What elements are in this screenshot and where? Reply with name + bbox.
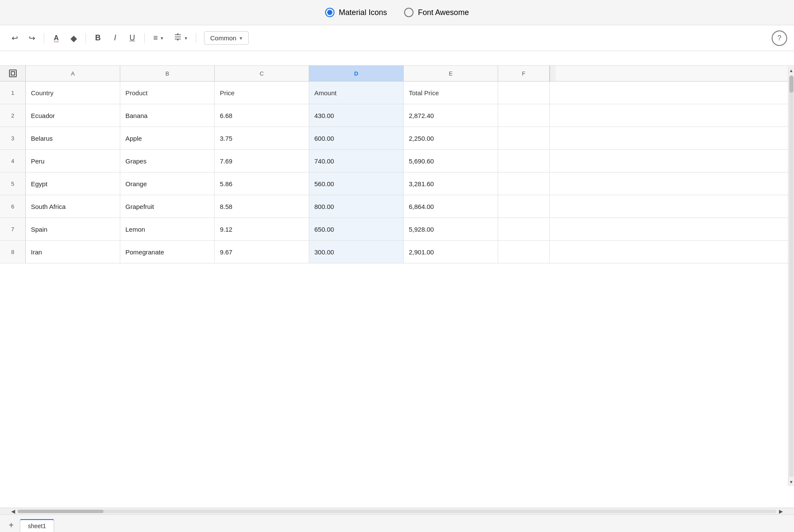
sheet-tab-sheet1[interactable]: sheet1: [20, 519, 54, 532]
col-header-a[interactable]: A: [26, 66, 120, 81]
font-awesome-option[interactable]: Font Awesome: [404, 8, 469, 17]
table-cell[interactable]: 800.00: [309, 195, 404, 218]
table-cell[interactable]: [498, 82, 550, 104]
table-cell[interactable]: Amount: [309, 82, 404, 104]
table-cell[interactable]: Product: [120, 82, 215, 104]
table-cell[interactable]: 740.00: [309, 150, 404, 172]
table-cell[interactable]: [498, 127, 550, 149]
fill-color-icon: ◆: [70, 33, 77, 43]
radio-bar: Material Icons Font Awesome: [0, 0, 794, 25]
align-icon: ≡: [153, 33, 158, 42]
font-awesome-radio[interactable]: [404, 8, 414, 17]
scroll-right-arrow[interactable]: ▶: [776, 508, 785, 515]
table-cell[interactable]: 2,901.00: [404, 241, 498, 263]
table-cell[interactable]: 430.00: [309, 104, 404, 127]
common-dropdown[interactable]: Common ▾: [204, 31, 249, 45]
separator-4: [196, 33, 196, 43]
row-number: 6: [0, 195, 26, 218]
table-cell[interactable]: 650.00: [309, 218, 404, 240]
table-cell[interactable]: Apple: [120, 127, 215, 149]
italic-button[interactable]: I: [107, 30, 123, 46]
table-cell[interactable]: 5,928.00: [404, 218, 498, 240]
col-header-f[interactable]: F: [498, 66, 550, 81]
table-cell[interactable]: Banana: [120, 104, 215, 127]
table-row: 8IranPomegranate9.67300.002,901.00: [0, 241, 794, 263]
separator-3: [144, 33, 145, 43]
spreadsheet-area: A B C D E F 1CountryProductPriceAmountTo…: [0, 51, 794, 532]
align-dropdown[interactable]: ≡ ▾: [149, 31, 167, 45]
table-cell[interactable]: 9.12: [215, 218, 309, 240]
valign-dropdown[interactable]: ▾: [169, 30, 192, 46]
row-number: 1: [0, 82, 26, 104]
table-cell[interactable]: 5.86: [215, 172, 309, 195]
scroll-left-arrow[interactable]: ◀: [9, 508, 18, 515]
table-cell[interactable]: [498, 150, 550, 172]
table-row: 3BelarusApple3.75600.002,250.00: [0, 127, 794, 150]
table-cell[interactable]: Grapes: [120, 150, 215, 172]
separator-1: [44, 33, 44, 43]
v-scrollbar[interactable]: ▲ ▼: [788, 66, 794, 486]
table-cell[interactable]: 2,872.40: [404, 104, 498, 127]
font-awesome-label: Font Awesome: [418, 8, 469, 17]
table-cell[interactable]: 3,281.60: [404, 172, 498, 195]
table-cell[interactable]: Peru: [26, 150, 120, 172]
table-cell[interactable]: [498, 218, 550, 240]
underline-button[interactable]: U: [125, 30, 140, 46]
col-header-d[interactable]: D: [309, 66, 404, 81]
table-cell[interactable]: 560.00: [309, 172, 404, 195]
table-cell[interactable]: Lemon: [120, 218, 215, 240]
table-cell[interactable]: Price: [215, 82, 309, 104]
table-cell[interactable]: 3.75: [215, 127, 309, 149]
table-cell[interactable]: [498, 104, 550, 127]
table-cell[interactable]: Ecuador: [26, 104, 120, 127]
table-cell[interactable]: [498, 195, 550, 218]
table-cell[interactable]: 9.67: [215, 241, 309, 263]
table-cell[interactable]: [498, 241, 550, 263]
table-cell[interactable]: Country: [26, 82, 120, 104]
table-cell[interactable]: 300.00: [309, 241, 404, 263]
separator-2: [85, 33, 86, 43]
table-row: 6South AfricaGrapefruit8.58800.006,864.0…: [0, 195, 794, 218]
table-cell[interactable]: South Africa: [26, 195, 120, 218]
row-number: 4: [0, 150, 26, 172]
table-cell[interactable]: Spain: [26, 218, 120, 240]
table-cell[interactable]: 2,250.00: [404, 127, 498, 149]
table-cell[interactable]: Total Price: [404, 82, 498, 104]
table-row: 1CountryProductPriceAmountTotal Price: [0, 82, 794, 104]
table-cell[interactable]: Iran: [26, 241, 120, 263]
col-header-b[interactable]: B: [120, 66, 215, 81]
material-icons-radio[interactable]: [325, 8, 335, 17]
table-row: 2EcuadorBanana6.68430.002,872.40: [0, 104, 794, 127]
bold-button[interactable]: B: [90, 30, 106, 46]
table-cell[interactable]: 6.68: [215, 104, 309, 127]
v-scroll-thumb[interactable]: [789, 76, 794, 93]
undo-button[interactable]: ↩: [7, 30, 22, 46]
table-cell[interactable]: 5,690.60: [404, 150, 498, 172]
scroll-up-arrow[interactable]: ▲: [788, 66, 794, 75]
tabs-bar: + sheet1: [0, 514, 794, 532]
help-button[interactable]: ?: [772, 30, 787, 46]
table-cell[interactable]: Egypt: [26, 172, 120, 195]
table-cell[interactable]: 600.00: [309, 127, 404, 149]
table-cell[interactable]: Orange: [120, 172, 215, 195]
scroll-down-arrow[interactable]: ▼: [788, 478, 794, 486]
row-number: 7: [0, 218, 26, 240]
h-scroll-thumb[interactable]: [18, 510, 103, 513]
table-cell[interactable]: 7.69: [215, 150, 309, 172]
font-color-button[interactable]: A: [49, 30, 64, 46]
add-sheet-button[interactable]: +: [4, 519, 18, 532]
table-cell[interactable]: [498, 172, 550, 195]
table-cell[interactable]: Belarus: [26, 127, 120, 149]
col-header-e[interactable]: E: [404, 66, 498, 81]
redo-button[interactable]: ↪: [24, 30, 40, 46]
fill-color-button[interactable]: ◆: [66, 30, 81, 46]
corner-cell[interactable]: [0, 66, 26, 81]
table-cell[interactable]: Grapefruit: [120, 195, 215, 218]
col-header-c[interactable]: C: [215, 66, 309, 81]
material-icons-option[interactable]: Material Icons: [325, 8, 387, 17]
table-cell[interactable]: Pomegranate: [120, 241, 215, 263]
table-cell[interactable]: 8.58: [215, 195, 309, 218]
redo-icon: ↪: [29, 33, 35, 43]
table-cell[interactable]: 6,864.00: [404, 195, 498, 218]
h-scroll-container: ◀ ▶: [0, 508, 794, 514]
